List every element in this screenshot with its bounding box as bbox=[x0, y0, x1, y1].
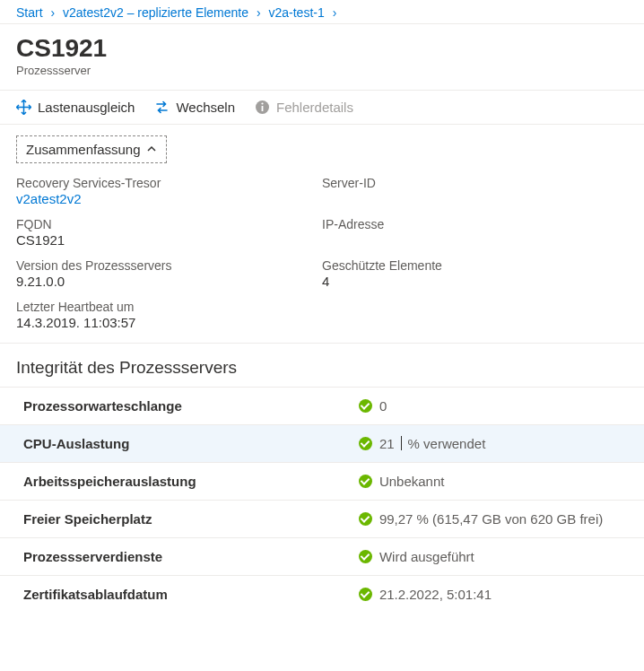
health-row[interactable]: ProzessserverdiensteWird ausgeführt bbox=[0, 537, 644, 575]
status-ok-icon bbox=[359, 475, 372, 488]
status-ok-icon bbox=[359, 588, 372, 601]
health-row-label: CPU-Auslastung bbox=[16, 436, 359, 451]
swap-icon bbox=[154, 100, 170, 115]
health-row-label: Prozessserverdienste bbox=[16, 549, 359, 564]
breadcrumb-link-start[interactable]: Start bbox=[16, 5, 43, 20]
health-row-value: Unbekannt bbox=[359, 474, 628, 489]
summary-heartbeat: Letzter Heartbeat um 14.3.2019. 11:03:57 bbox=[16, 300, 322, 330]
page-header: CS1921 Prozessserver bbox=[0, 24, 644, 91]
summary-label: Geschützte Elemente bbox=[322, 258, 628, 273]
svg-rect-1 bbox=[262, 106, 264, 111]
health-value-text: 21 bbox=[379, 436, 395, 451]
health-row-value: Wird ausgeführt bbox=[359, 549, 628, 564]
health-value-text: 0 bbox=[379, 398, 387, 414]
page-title: CS1921 bbox=[16, 35, 628, 63]
summary-recovery-vault: Recovery Services-Tresor v2atest2v2 bbox=[16, 176, 322, 206]
summary-ip: IP-Adresse bbox=[322, 217, 628, 248]
switch-button[interactable]: Wechseln bbox=[154, 100, 235, 115]
summary-toggle[interactable]: Zusammenfassung bbox=[16, 135, 167, 163]
summary-grid: Recovery Services-Tresor v2atest2v2 Serv… bbox=[0, 172, 644, 344]
health-section-title: Integrität des Prozessservers bbox=[0, 344, 644, 387]
chevron-right-icon: › bbox=[328, 5, 342, 20]
health-row-value: 21 % verwendet bbox=[359, 436, 628, 451]
load-balance-button[interactable]: Lastenausgleich bbox=[16, 100, 135, 115]
health-row-label: Arbeitsspeicherauslastung bbox=[16, 474, 359, 489]
summary-protected-items: Geschützte Elemente 4 bbox=[322, 258, 628, 289]
health-row-label: Zertifikatsablaufdatum bbox=[16, 587, 359, 602]
summary-label: IP-Adresse bbox=[322, 217, 628, 231]
summary-server-id: Server-ID bbox=[322, 176, 628, 206]
summary-value: 4 bbox=[322, 274, 628, 289]
summary-label: FQDN bbox=[16, 217, 322, 231]
health-row[interactable]: Prozessorwarteschlange0 bbox=[0, 387, 644, 424]
health-value-text: % verwendet bbox=[408, 436, 486, 451]
toolbar: Lastenausgleich Wechseln Fehlerdetails bbox=[0, 91, 644, 125]
toolbar-label: Fehlerdetails bbox=[276, 100, 353, 115]
summary-label: Letzter Heartbeat um bbox=[16, 300, 322, 314]
summary-value: CS1921 bbox=[16, 232, 322, 248]
chevron-up-icon bbox=[146, 142, 157, 157]
chevron-right-icon: › bbox=[252, 5, 265, 20]
breadcrumb: Start › v2atest2v2 – replizierte Element… bbox=[0, 0, 644, 24]
health-row-value: 99,27 % (615,47 GB von 620 GB frei) bbox=[359, 511, 628, 527]
toolbar-label: Lastenausgleich bbox=[38, 100, 135, 115]
summary-fqdn: FQDN CS1921 bbox=[16, 217, 322, 248]
health-value-text: 99,27 % (615,47 GB von 620 GB frei) bbox=[379, 511, 603, 527]
summary-toggle-label: Zusammenfassung bbox=[26, 142, 141, 157]
summary-label: Server-ID bbox=[322, 176, 628, 190]
summary-value: 14.3.2019. 11:03:57 bbox=[16, 315, 322, 330]
chevron-right-icon: › bbox=[46, 5, 59, 20]
health-row[interactable]: Zertifikatsablaufdatum21.2.2022, 5:01:41 bbox=[0, 575, 644, 613]
info-icon bbox=[255, 100, 270, 115]
status-ok-icon bbox=[359, 512, 372, 526]
error-details-button: Fehlerdetails bbox=[255, 100, 353, 115]
health-row-value: 0 bbox=[359, 398, 628, 414]
status-ok-icon bbox=[359, 399, 372, 413]
summary-value-link[interactable]: v2atest2v2 bbox=[16, 191, 322, 206]
summary-label: Version des Prozessservers bbox=[16, 258, 322, 273]
breadcrumb-link-item[interactable]: v2a-test-1 bbox=[268, 5, 324, 20]
health-row-label: Prozessorwarteschlange bbox=[16, 398, 359, 414]
text-cursor-icon bbox=[401, 436, 402, 450]
move-icon bbox=[16, 100, 31, 115]
health-value-text: 21.2.2022, 5:01:41 bbox=[379, 587, 492, 602]
page-subtitle: Prozessserver bbox=[16, 64, 628, 77]
breadcrumb-link-vault[interactable]: v2atest2v2 – replizierte Elemente bbox=[63, 5, 248, 20]
health-row-label: Freier Speicherplatz bbox=[16, 511, 359, 527]
svg-point-2 bbox=[261, 102, 263, 104]
toolbar-label: Wechseln bbox=[176, 100, 235, 115]
summary-label: Recovery Services-Tresor bbox=[16, 176, 322, 190]
health-value-text: Unbekannt bbox=[379, 474, 445, 489]
status-ok-icon bbox=[359, 550, 372, 563]
status-ok-icon bbox=[359, 437, 372, 450]
health-value-text: Wird ausgeführt bbox=[379, 549, 474, 564]
health-row[interactable]: Freier Speicherplatz99,27 % (615,47 GB v… bbox=[0, 500, 644, 537]
health-row[interactable]: ArbeitsspeicherauslastungUnbekannt bbox=[0, 462, 644, 500]
health-row-value: 21.2.2022, 5:01:41 bbox=[359, 587, 628, 602]
health-row[interactable]: CPU-Auslastung21 % verwendet bbox=[0, 424, 644, 462]
summary-value: 9.21.0.0 bbox=[16, 274, 322, 289]
summary-version: Version des Prozessservers 9.21.0.0 bbox=[16, 258, 322, 289]
